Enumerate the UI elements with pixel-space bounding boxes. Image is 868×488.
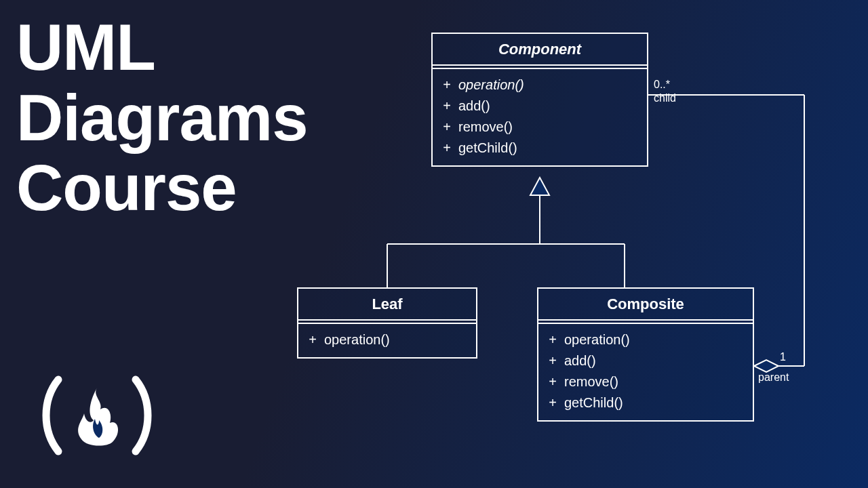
class-component-operations: +operation() +add() +remove() +getChild(… <box>433 69 647 165</box>
svg-marker-5 <box>754 360 778 372</box>
svg-marker-0 <box>530 178 549 195</box>
role-child: child <box>654 92 676 104</box>
role-parent: parent <box>758 371 789 384</box>
class-composite: Composite +operation() +add() +remove() … <box>537 287 754 422</box>
multiplicity-parent: 1 <box>780 351 786 363</box>
class-component: Component +operation() +add() +remove() … <box>431 33 648 167</box>
class-composite-operations: +operation() +add() +remove() +getChild(… <box>538 324 753 420</box>
class-leaf-operations: +operation() <box>298 324 476 357</box>
uml-class-diagram: 0..* child 1 parent Component +operation… <box>0 0 868 488</box>
class-composite-name: Composite <box>538 289 753 321</box>
class-leaf: Leaf +operation() <box>297 287 477 359</box>
multiplicity-child: 0..* <box>654 79 670 91</box>
class-component-name: Component <box>433 34 647 66</box>
class-leaf-name: Leaf <box>298 289 476 321</box>
